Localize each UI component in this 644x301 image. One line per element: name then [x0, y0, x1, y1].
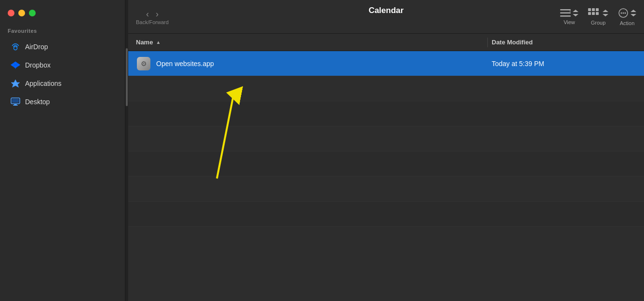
finder-window: ‹ › Back/Forward Calendar: [128, 0, 644, 301]
back-forward-control[interactable]: ‹ › Back/Forward: [136, 9, 169, 25]
toolbar: ‹ › Back/Forward Calendar: [128, 0, 644, 34]
table-row[interactable]: [128, 126, 644, 151]
dropbox-icon: [11, 60, 20, 70]
window-title: Calendar: [369, 6, 404, 15]
column-separator: [487, 38, 488, 47]
svg-rect-10: [592, 8, 595, 11]
window-controls: [0, 10, 125, 28]
table-row[interactable]: [128, 101, 644, 126]
table-row[interactable]: [128, 202, 644, 227]
view-icon: [560, 9, 578, 17]
svg-rect-12: [588, 12, 591, 15]
airdrop-icon: [11, 42, 20, 52]
view-control[interactable]: View: [560, 9, 578, 25]
close-button[interactable]: [8, 10, 14, 16]
app-icon: [136, 56, 151, 71]
toolbar-controls: View: [560, 8, 636, 26]
svg-point-16: [621, 12, 622, 14]
table-row[interactable]: [128, 76, 644, 101]
main-content: ‹ › Back/Forward Calendar: [128, 0, 644, 301]
sidebar-item-dropbox[interactable]: Dropbox: [3, 56, 122, 74]
svg-rect-8: [560, 15, 571, 17]
sidebar-item-applications[interactable]: Applications: [3, 75, 122, 92]
forward-button[interactable]: ›: [154, 9, 161, 19]
name-column-header[interactable]: Name ▲: [136, 39, 483, 46]
svg-rect-9: [588, 8, 591, 11]
svg-point-18: [625, 12, 626, 14]
svg-rect-14: [596, 12, 599, 15]
svg-rect-13: [592, 12, 595, 15]
sidebar-item-airdrop[interactable]: AirDrop: [3, 38, 122, 55]
group-label: Group: [591, 20, 606, 26]
back-forward-label: Back/Forward: [136, 19, 169, 25]
back-button[interactable]: ‹: [144, 9, 151, 19]
sidebar: Favourites AirDrop Dropbox: [0, 0, 125, 301]
column-headers: Name ▲ Date Modified: [128, 34, 644, 51]
file-name: Open websites.app: [156, 60, 492, 68]
maximize-button[interactable]: [29, 10, 36, 16]
file-date: Today at 5:39 PM: [492, 60, 636, 68]
table-row[interactable]: [128, 151, 644, 177]
svg-point-0: [14, 47, 17, 50]
file-list: Open websites.app Today at 5:39 PM: [128, 51, 644, 301]
svg-rect-11: [596, 8, 599, 11]
table-row[interactable]: [128, 177, 644, 202]
desktop-icon: [11, 97, 20, 107]
sort-icon: ▲: [156, 40, 161, 45]
minimize-button[interactable]: [18, 10, 25, 16]
view-label: View: [564, 19, 575, 25]
svg-rect-7: [560, 12, 571, 14]
group-icon: [588, 8, 608, 18]
svg-rect-3: [12, 99, 19, 103]
sidebar-item-desktop[interactable]: Desktop: [3, 93, 122, 110]
action-control[interactable]: Action: [618, 8, 636, 26]
favourites-label: Favourites: [0, 28, 125, 38]
action-label: Action: [620, 20, 635, 26]
svg-rect-6: [560, 9, 571, 11]
scrollbar-thumb[interactable]: [126, 48, 128, 106]
svg-point-17: [623, 12, 624, 14]
table-row[interactable]: Open websites.app Today at 5:39 PM: [128, 51, 644, 76]
group-control[interactable]: Group: [588, 8, 608, 26]
sidebar-item-applications-label: Applications: [25, 80, 62, 87]
sidebar-item-desktop-label: Desktop: [25, 98, 50, 106]
sidebar-item-airdrop-label: AirDrop: [25, 43, 48, 51]
svg-rect-5: [13, 105, 18, 106]
sidebar-item-dropbox-label: Dropbox: [25, 61, 51, 69]
date-column-header[interactable]: Date Modified: [492, 39, 636, 46]
action-icon: [618, 8, 636, 18]
applications-icon: [11, 79, 20, 88]
svg-marker-1: [11, 80, 20, 87]
